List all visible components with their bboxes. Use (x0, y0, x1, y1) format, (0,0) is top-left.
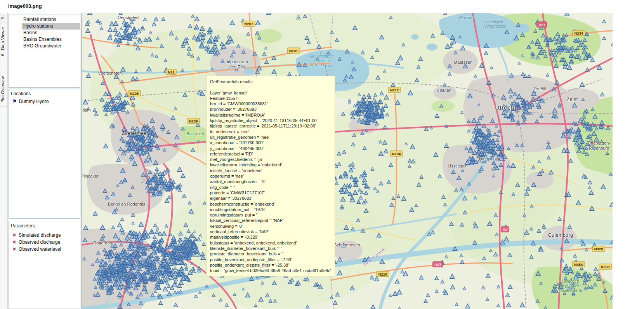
layer-item-3[interactable]: Basins Ensembles (22, 36, 80, 43)
tooltip-line: kwaliteitsnorm_inrichting = 'onbekend' (210, 162, 331, 168)
location-item-0[interactable]: ⚑Dummy Hydro (9, 97, 80, 105)
flag-icon: ⚑ (12, 99, 17, 104)
side-tab-strip: 5 : F6 : Data ViewerPlot Overview (0, 13, 8, 309)
locations-title: Locations (9, 89, 80, 97)
x-icon: ✕ (12, 233, 16, 237)
tooltip-line: met_voorgeschiedenis = 'ja' (210, 157, 331, 162)
x-icon: ✕ (12, 240, 16, 244)
tooltip-title: GetFeatureInfo results: (210, 79, 331, 84)
parameter-item-1[interactable]: ✕Observed discharge (9, 239, 80, 246)
parameters-panel: Parameters ✕Simulated discharge✕Observed… (9, 221, 80, 309)
map-viewport[interactable]: GetFeatureInfo results: Layer 'gmw_kense… (82, 13, 613, 309)
tooltip-line: opgeruimd = 'nee' (210, 173, 331, 179)
tooltip-line: positie_bovenkant_ondiepste_filter = '-7… (210, 257, 331, 262)
tooltip-line: Feature 11557: (210, 96, 331, 101)
tooltip-line: kleinste_diameter_bovenkant_buis = '' (210, 246, 331, 251)
tooltip-line: nitg_code = '' (210, 185, 331, 190)
locations-panel: Locations ⚑Dummy Hydro (9, 89, 80, 219)
parameter-item-2[interactable]: ✕Observed waterlevel (9, 246, 80, 253)
tooltip-line: lokaal_verticaal_referentiepunt = 'NAP' (210, 218, 331, 223)
tooltip-line: in_onderzoek = 'nee' (210, 129, 331, 134)
tooltip-line: aantal_monitoringbuizen = '3' (210, 179, 331, 184)
parameter-item-label: Observed waterlevel (19, 246, 61, 252)
layers-list-box: Rainfall stationsHydro stationsBasinsBas… (9, 14, 80, 88)
tooltip-line: grootste_diameter_bovenkant_buis = '' (210, 251, 331, 257)
tooltip-line: buisstatus = 'onbekend, onbekend, onbeke… (210, 240, 331, 246)
parameter-item-label: Simulated discharge (19, 232, 61, 238)
layer-item-2[interactable]: Basins (22, 30, 80, 36)
parameters-title: Parameters (9, 221, 80, 229)
parameter-item-0[interactable]: ✕Simulated discharge (9, 232, 80, 239)
parameters-list: ✕Simulated discharge✕Observed discharge✕… (9, 232, 80, 253)
tooltip-line: inrichtingsdatum_put = '1978' (210, 207, 331, 212)
tooltip-line: bronhouder = '30276683' (210, 106, 331, 112)
map-canvas (82, 13, 613, 309)
window-titlebar: image003.png (0, 0, 644, 13)
tooltip-line: verticaal_referentievlak = 'NAP' (210, 229, 331, 234)
parameter-item-label: Observed discharge (19, 239, 60, 245)
x-icon: ✕ (12, 247, 16, 251)
tooltip-line: kwaliteitsregime = 'IMBRO/A' (210, 112, 331, 118)
tooltip-line: maaiveldpositie = '-0.329' (210, 234, 331, 240)
tooltip-line: putcode = 'GMW31C127107' (210, 190, 331, 196)
tooltip-line: bro_id = 'GMW000000038681' (210, 101, 331, 106)
tooltip-line: opruimingsdatum_put = '' (210, 212, 331, 218)
layer-item-0[interactable]: Rainfall stations (22, 16, 80, 23)
tooltip-line: fuuid = 'gmw_kenset.bd395a90-36a6-46ad-a… (210, 268, 331, 273)
tooltip-line: beschermconstructie = 'onbekend' (210, 201, 331, 207)
map-tooltip: GetFeatureInfo results: Layer 'gmw_kense… (206, 76, 335, 276)
side-tab-1[interactable]: 6 : Data Viewer (0, 23, 8, 60)
locations-list: ⚑Dummy Hydro (9, 97, 80, 105)
tooltip-line (210, 84, 331, 90)
window-title: image003.png (8, 3, 42, 9)
tooltip-lines: Layer 'gmw_kenset'Feature 11557:bro_id =… (210, 84, 331, 273)
tooltip-line: tijdstip_registratie_object = '2020-11-1… (210, 118, 331, 123)
tooltip-line: y_coordinaat = '460495.000' (210, 146, 331, 151)
tooltip-line: uit_registratie_genomen = 'nee' (210, 134, 331, 140)
tooltip-line: tijdstip_laatste_correctie = '2021-05-11… (210, 123, 331, 129)
layers-list: Rainfall stationsHydro stationsBasinsBas… (9, 14, 80, 49)
tooltip-line: positie_onderkant_diepste_filter = '-25.… (210, 262, 331, 268)
tooltip-line: Layer 'gmw_kenset' (210, 90, 331, 96)
layer-item-4[interactable]: BRO Groundwater (22, 43, 80, 49)
layer-item-1[interactable]: Hydro stations (22, 23, 80, 30)
tooltip-line: initiele_functie = 'onbekend' (210, 168, 331, 173)
side-tab-0[interactable]: 5 : F (0, 13, 8, 21)
tooltip-line: eigenaar = '30276683' (210, 196, 331, 201)
tooltip-line: referentiestelsel = 'RD' (210, 151, 331, 157)
side-tab-2[interactable]: Plot Overview (0, 72, 8, 107)
tooltip-line: x_coordinaat = '101760.000' (210, 140, 331, 145)
location-item-label: Dummy Hydro (19, 99, 49, 104)
tooltip-line: verschuiving = '0' (210, 223, 331, 229)
left-panel: Rainfall stationsHydro stationsBasinsBas… (8, 13, 82, 309)
